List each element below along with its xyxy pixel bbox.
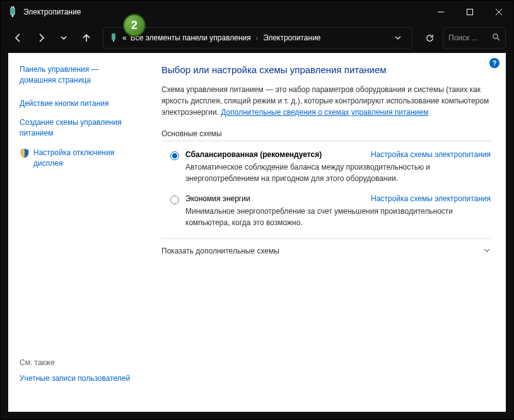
svg-rect-1 — [11, 6, 13, 8]
svg-rect-3 — [12, 15, 13, 16]
plan-name-balanced: Сбалансированная (рекомендуется) — [185, 150, 322, 159]
maximize-button[interactable] — [455, 1, 484, 23]
window-title: Электропитание — [23, 8, 426, 16]
sidebar-link-create-plan[interactable]: Создание схемы управления питанием — [20, 117, 136, 139]
shield-icon — [20, 148, 30, 158]
plan-desc-saver: Минимальное энергопотребление за счет ум… — [185, 206, 491, 228]
see-also-label: См. также — [20, 358, 136, 367]
search-placeholder: Поиск ... — [448, 33, 478, 42]
app-icon — [7, 6, 18, 18]
address-dropdown[interactable] — [389, 29, 407, 47]
breadcrumb-prefix: « — [122, 33, 127, 42]
control-panel-icon — [108, 32, 119, 44]
sidebar-link-display-off[interactable]: Настройка отключения дисплея — [33, 148, 136, 169]
breadcrumb-item-2[interactable]: Электропитание — [263, 33, 320, 42]
page-heading: Выбор или настройка схемы управления пит… — [161, 64, 491, 75]
learn-more-link[interactable]: Дополнительные сведения о схемах управле… — [221, 108, 428, 117]
minimize-button[interactable] — [426, 1, 455, 23]
plan-name-saver: Экономия энергии — [185, 194, 250, 203]
up-button[interactable] — [76, 28, 96, 48]
plan-radio-saver[interactable] — [170, 195, 179, 204]
plan-radio-balanced[interactable] — [170, 151, 179, 160]
step-badge: 2 — [123, 14, 146, 37]
plan-desc-balanced: Автоматическое соблюдение баланса между … — [185, 161, 491, 184]
sidebar-link-power-button[interactable]: Действие кнопки питания — [20, 98, 136, 109]
svg-rect-2 — [13, 6, 15, 8]
breadcrumb-item-1[interactable]: Все элементы панели управления — [131, 33, 251, 42]
back-button[interactable] — [8, 28, 28, 48]
svg-rect-9 — [113, 40, 114, 42]
plan-settings-link-saver[interactable]: Настройка схемы электропитания — [371, 194, 491, 203]
plan-group-label: Основные схемы — [161, 129, 491, 141]
refresh-button[interactable] — [419, 27, 440, 49]
svg-rect-8 — [112, 33, 115, 40]
chevron-down-icon — [483, 247, 491, 255]
search-icon — [492, 33, 500, 43]
svg-point-10 — [493, 34, 498, 38]
page-description: Схема управления питанием — это набор па… — [161, 84, 491, 118]
svg-rect-0 — [11, 8, 15, 15]
plan-settings-link-balanced[interactable]: Настройка схемы электропитания — [371, 150, 491, 159]
forward-button[interactable] — [31, 28, 51, 48]
close-button[interactable] — [484, 1, 513, 23]
sidebar-link-user-accounts[interactable]: Учетные записи пользователей — [20, 373, 136, 384]
chevron-right-icon: › — [255, 35, 259, 42]
svg-rect-5 — [467, 9, 473, 15]
search-input[interactable]: Поиск ... — [443, 27, 506, 49]
sidebar-link-home[interactable]: Панель управления — домашняя страница — [20, 64, 136, 86]
svg-line-11 — [497, 38, 499, 40]
recent-dropdown[interactable] — [54, 28, 74, 48]
address-bar[interactable]: « Все элементы панели управления › Элект… — [103, 27, 412, 49]
show-more-plans[interactable]: Показать дополнительные схемы — [161, 238, 491, 255]
